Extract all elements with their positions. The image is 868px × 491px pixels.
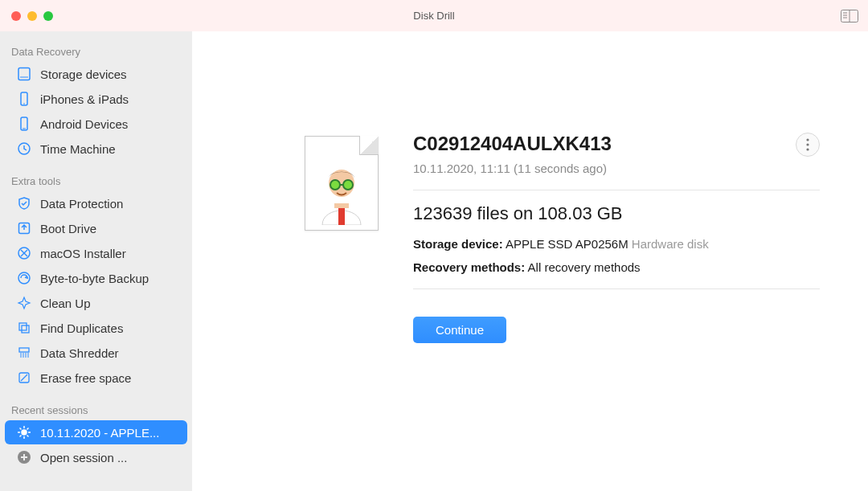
sidebar-item-label: Open session ... <box>40 451 127 464</box>
sidebar-item-label: Erase free space <box>40 371 131 385</box>
svg-point-45 <box>806 148 809 150</box>
sidebar-item-label: macOS Installer <box>40 247 126 260</box>
erase-icon <box>16 370 32 386</box>
svg-point-16 <box>18 272 30 284</box>
sidebar: Data Recovery Storage devices iPhones & … <box>0 31 192 491</box>
hdd-icon <box>16 66 32 82</box>
svg-line-34 <box>20 436 22 437</box>
time-machine-icon <box>16 141 32 157</box>
sidebar-item-erase-free-space[interactable]: Erase free space <box>5 366 187 390</box>
installer-icon <box>16 245 32 261</box>
duplicates-icon <box>16 320 32 336</box>
svg-rect-18 <box>22 325 29 333</box>
sidebar-item-data-shredder[interactable]: Data Shredder <box>5 341 187 365</box>
app-body: Data Recovery Storage devices iPhones & … <box>0 31 868 491</box>
sidebar-item-label: iPhones & iPads <box>40 92 129 106</box>
recovery-methods-row: Recovery methods: All recovery methods <box>413 260 820 274</box>
files-summary: 123639 files on 108.03 GB <box>413 203 820 224</box>
window-controls <box>11 11 53 21</box>
svg-rect-5 <box>18 68 30 80</box>
session-details: C02912404AULXK413 10.11.2020, 11:11 (11 … <box>413 133 820 343</box>
gear-icon <box>16 424 32 440</box>
plus-circle-icon <box>16 449 32 465</box>
divider <box>413 288 820 289</box>
continue-button[interactable]: Continue <box>413 317 506 343</box>
svg-line-25 <box>21 374 27 381</box>
sidebar-item-label: Android Devices <box>40 117 128 131</box>
svg-line-32 <box>27 436 29 437</box>
svg-line-31 <box>20 428 22 430</box>
svg-line-33 <box>27 428 29 430</box>
window-title: Disk Drill <box>413 10 454 22</box>
recovery-methods-label: Recovery methods: <box>413 260 525 274</box>
storage-device-type: Hardware disk <box>632 237 709 251</box>
svg-rect-19 <box>19 348 29 352</box>
session-file-icon <box>305 136 379 232</box>
sidebar-item-label: Find Duplicates <box>40 321 123 335</box>
sidebar-item-label: Time Machine <box>40 142 116 156</box>
session-title: C02912404AULXK413 <box>413 133 820 155</box>
sidebar-item-label: Byte-to-byte Backup <box>40 272 149 285</box>
sidebar-item-label: 10.11.2020 - APPLE... <box>40 426 159 440</box>
sidebar-section-recent-sessions: Recent sessions <box>0 398 192 419</box>
svg-rect-17 <box>19 323 27 330</box>
sidebar-item-android-devices[interactable]: Android Devices <box>5 112 187 136</box>
sidebar-item-open-session[interactable]: Open session ... <box>5 445 187 469</box>
svg-point-39 <box>330 180 340 190</box>
avatar-illustration <box>314 167 369 225</box>
divider <box>413 190 820 190</box>
sidebar-item-label: Data Shredder <box>40 346 119 360</box>
shield-icon <box>16 195 32 211</box>
svg-rect-42 <box>334 203 349 208</box>
svg-point-43 <box>806 138 809 141</box>
sparkle-icon <box>16 295 32 311</box>
sidebar-section-extra-tools: Extra tools <box>0 169 192 190</box>
sidebar-item-label: Storage devices <box>40 68 127 81</box>
sidebar-section-data-recovery: Data Recovery <box>0 39 192 61</box>
sidebar-item-recent-session[interactable]: 10.11.2020 - APPLE... <box>5 420 187 444</box>
storage-device-label: Storage device: <box>413 237 503 251</box>
storage-device-value: APPLE SSD AP0256M <box>506 237 628 251</box>
toggle-panel-button[interactable] <box>841 10 858 23</box>
android-icon <box>16 116 32 132</box>
sidebar-item-byte-to-byte-backup[interactable]: Byte-to-byte Backup <box>5 266 187 290</box>
iphone-icon <box>16 91 32 107</box>
sidebar-item-boot-drive[interactable]: Boot Drive <box>5 216 187 240</box>
sidebar-item-find-duplicates[interactable]: Find Duplicates <box>5 316 187 340</box>
more-vertical-icon <box>806 138 809 151</box>
titlebar: Disk Drill <box>0 0 868 31</box>
sidebar-item-label: Data Protection <box>40 197 123 211</box>
sidebar-item-macos-installer[interactable]: macOS Installer <box>5 241 187 265</box>
sidebar-item-label: Clean Up <box>40 297 91 310</box>
svg-point-40 <box>343 180 353 190</box>
minimize-window-button[interactable] <box>27 11 37 21</box>
sidebar-item-time-machine[interactable]: Time Machine <box>5 137 187 161</box>
backup-icon <box>16 270 32 286</box>
boot-drive-icon <box>16 220 32 236</box>
sidebar-item-storage-devices[interactable]: Storage devices <box>5 62 187 86</box>
app-window: Disk Drill Data Recovery Storage devices… <box>0 0 868 491</box>
recovery-methods-value: All recovery methods <box>528 260 641 274</box>
sidebar-item-iphones-ipads[interactable]: iPhones & iPads <box>5 87 187 111</box>
main-panel: C02912404AULXK413 10.11.2020, 11:11 (11 … <box>192 31 868 491</box>
svg-point-26 <box>22 430 27 435</box>
sidebar-item-data-protection[interactable]: Data Protection <box>5 191 187 215</box>
close-window-button[interactable] <box>11 11 21 21</box>
sidebar-item-label: Boot Drive <box>40 222 96 235</box>
svg-point-44 <box>806 143 809 145</box>
sidebar-item-clean-up[interactable]: Clean Up <box>5 291 187 315</box>
shredder-icon <box>16 345 32 361</box>
storage-device-row: Storage device: APPLE SSD AP0256M Hardwa… <box>413 237 820 251</box>
more-options-button[interactable] <box>796 133 820 157</box>
fullscreen-window-button[interactable] <box>43 11 53 21</box>
svg-point-8 <box>23 103 25 104</box>
session-subtitle: 10.11.2020, 11:11 (11 seconds ago) <box>413 162 820 175</box>
